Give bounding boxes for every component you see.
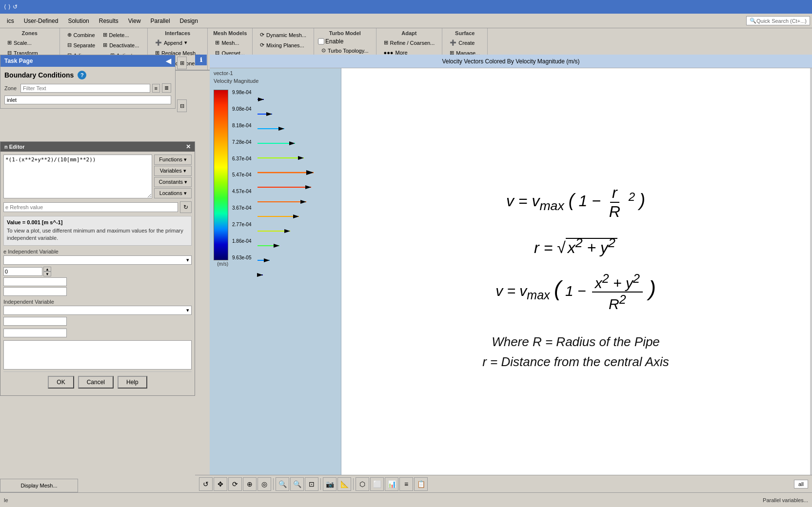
stepper-up1[interactable]: ▲: [43, 267, 51, 272]
vector-type-label: vector-1: [210, 68, 341, 78]
colorbar-val-6: 4.57e-04: [232, 189, 251, 194]
menu-user-defined[interactable]: User-Defined: [19, 16, 63, 26]
scale-button[interactable]: ⊞ Scale...: [4, 38, 35, 47]
indep-var-label2: Independent Variable: [3, 299, 192, 305]
zones-label: Zones: [22, 30, 38, 36]
toolbar-zoom-in[interactable]: 🔍: [276, 477, 289, 491]
expression-editor: n Editor ✕ *(1-(x**2+y**2)/(10[mm]**2)) …: [0, 141, 195, 396]
menu-results[interactable]: Results: [94, 16, 123, 26]
turbo-topology-button[interactable]: ⊙ Turbo Topology...: [318, 46, 372, 55]
refine-coarsen-button[interactable]: ⊞ Refine / Coarsen...: [380, 38, 438, 47]
enable-label: Enable: [325, 38, 343, 45]
refresh-button[interactable]: ↻: [180, 201, 192, 213]
delete-button[interactable]: ⊞ Delete...: [99, 30, 133, 39]
indep-var-num-input5[interactable]: [3, 329, 67, 337]
zone-filter-input[interactable]: [20, 84, 150, 93]
combine-button[interactable]: ⊕ Combine: [64, 30, 99, 39]
ok-button[interactable]: OK: [48, 376, 74, 389]
menu-solution[interactable]: Solution: [63, 16, 94, 26]
bc-help-button[interactable]: ?: [78, 71, 86, 79]
equation-2: r = √x2 + y2: [534, 235, 617, 257]
expr-editor-content: *(1-(x**2+y**2)/(10[mm]**2)) Functions ▾…: [0, 152, 195, 395]
equation-3: v = vmax ( 1 − x2 + y2 R2 ): [495, 272, 656, 312]
panel-arrow-btn1[interactable]: ⊞: [177, 57, 187, 69]
quick-search-box[interactable]: 🔍 Quick Search (Ct+...): [746, 16, 810, 25]
mesh-icon: ⊞: [215, 39, 219, 46]
status-bar: le Parallel variables...: [0, 492, 812, 507]
menu-view[interactable]: View: [123, 16, 146, 26]
zone-list-item[interactable]: inlet: [7, 97, 17, 103]
zone-filter-btn1[interactable]: ≡: [152, 84, 160, 93]
indep-var-select1[interactable]: ▾: [3, 255, 192, 265]
deactivate-button[interactable]: ⊞ Deactivate...: [99, 40, 142, 50]
colorbar-val-7: 3.67e-04: [232, 205, 251, 211]
expr-editor-close-button[interactable]: ✕: [186, 143, 191, 150]
menu-ics[interactable]: ics: [2, 16, 19, 26]
indep-var-num-input3[interactable]: [3, 287, 67, 296]
separate-button[interactable]: ⊟ Separate: [64, 40, 99, 50]
cancel-button[interactable]: Cancel: [78, 376, 114, 389]
toolbar-zoom-target[interactable]: ◎: [257, 477, 271, 491]
dynamic-mesh-button[interactable]: ⟳ Dynamic Mesh...: [257, 30, 310, 39]
append-button[interactable]: ➕ Append ▾: [152, 38, 191, 47]
indep-var-select2[interactable]: ▾: [3, 306, 192, 315]
toolbar-front[interactable]: 📊: [385, 477, 398, 491]
zones-row1: ⊞ Scale...: [4, 38, 56, 47]
toolbar-legend[interactable]: ≡: [399, 477, 413, 491]
deactivate-icon: ⊞: [103, 42, 107, 48]
quick-access-bar: ⟨ ⟩ ↺: [0, 0, 812, 14]
task-panel-close[interactable]: ◀: [166, 57, 171, 65]
indep-var-num-input4[interactable]: [3, 317, 67, 326]
viewport-title-text: Velocity Vectors Colored By Velocity Mag…: [442, 58, 579, 65]
toolbar-screenshot[interactable]: 📷: [323, 477, 337, 491]
math-equations-panel: v = vmax ( 1 − r R 2 ) r = √x2 + y2 v = …: [341, 68, 810, 478]
qa-item3[interactable]: ↺: [13, 3, 18, 10]
append-icon: ➕: [155, 39, 162, 46]
main-viewport: Velocity Vectors Colored By Velocity Mag…: [210, 55, 812, 478]
functions-button[interactable]: Functions ▾: [154, 155, 192, 165]
mixing-planes-button[interactable]: ⟳ Mixing Planes...: [257, 40, 308, 50]
toolbar-ruler[interactable]: 📐: [337, 477, 351, 491]
qa-item[interactable]: ⟨: [4, 3, 6, 10]
colorbar-container: (m/s): [214, 90, 228, 350]
enable-checkbox[interactable]: [318, 38, 324, 45]
viewport-splitter[interactable]: [810, 68, 812, 478]
toolbar-undo[interactable]: ↺: [199, 477, 213, 491]
mesh-button[interactable]: ⊞ Mesh...: [212, 38, 242, 47]
equation-1: v = vmax ( 1 − r R 2 ): [506, 184, 645, 221]
indep-var-inputs2: [3, 317, 192, 337]
refresh-input[interactable]: [3, 202, 178, 212]
qa-item2[interactable]: ⟩: [8, 3, 11, 10]
variables-button[interactable]: Variables ▾: [154, 166, 192, 176]
toolbar-annotation[interactable]: 📋: [414, 477, 428, 491]
constants-button[interactable]: Constants ▾: [154, 177, 192, 187]
menu-design[interactable]: Design: [175, 16, 203, 26]
indep-var-num-input2[interactable]: [3, 277, 67, 286]
viewport-info-icon[interactable]: ℹ: [195, 55, 207, 65]
toolbar-zoom-out[interactable]: 🔍: [290, 477, 304, 491]
indep-var-dropdown-arrow: ▾: [186, 257, 189, 263]
menu-parallel[interactable]: Parallel: [146, 16, 175, 26]
locations-button[interactable]: Locations ▾: [154, 188, 192, 198]
create-button[interactable]: ➕ Create: [446, 38, 478, 47]
toolbar-ortho[interactable]: ⬜: [370, 477, 384, 491]
toolbar-rotate[interactable]: ⟳: [228, 477, 242, 491]
toolbar-zoom-box[interactable]: ⊕: [243, 477, 257, 491]
zone-filter-btn2[interactable]: ≣: [162, 83, 171, 93]
toolbar-fit[interactable]: ⊡: [305, 477, 318, 491]
bottom-toolbar: ↺ ✥ ⟳ ⊕ ◎ 🔍 🔍 ⊡ 📷 📐 ⬡ ⬜ 📊 ≡ 📋 all: [195, 475, 812, 492]
expression-textbox[interactable]: *(1-(x**2+y**2)/(10[mm]**2)): [3, 155, 152, 198]
plot-box: [3, 340, 192, 370]
all-label: all: [794, 480, 808, 488]
colorbar-val-8: 2.77e-04: [232, 222, 251, 227]
panel-arrow-btn2[interactable]: ⊟: [177, 99, 187, 112]
toolbar-3d[interactable]: ⬡: [356, 477, 369, 491]
stepper-down1[interactable]: ▼: [43, 272, 51, 276]
display-mesh-button[interactable]: Display Mesh...: [0, 479, 78, 492]
help-button[interactable]: Help: [118, 376, 147, 389]
toolbar-sep2: [320, 478, 321, 490]
dynamic-mesh-icon: ⟳: [260, 32, 264, 38]
indep-var-num-input1[interactable]: [3, 267, 42, 276]
indep-var-inputs1: ▲ ▼: [3, 267, 192, 296]
toolbar-move[interactable]: ✥: [214, 477, 227, 491]
